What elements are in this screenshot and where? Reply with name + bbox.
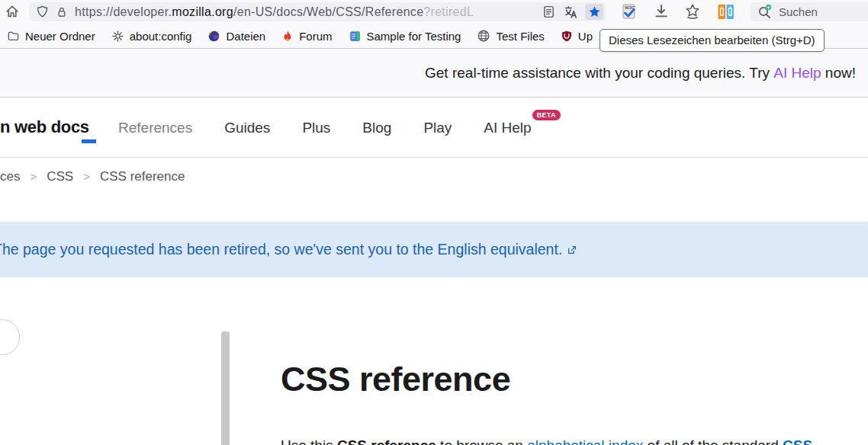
site-header: n web docs References Guides Plus Blog P… [0, 98, 868, 158]
w3c-validator-icon[interactable]: W3C [620, 3, 638, 21]
nav-ai-help-label: AI Help [484, 120, 531, 136]
dual-panel-extension-icon[interactable] [717, 3, 735, 21]
mdn-logo[interactable]: n web docs [0, 117, 89, 137]
home-icon[interactable] [5, 4, 20, 19]
intro-bold: CSS reference [337, 437, 436, 445]
url-text[interactable]: https://developer.mozilla.org/en-US/docs… [75, 5, 537, 19]
nav-guides[interactable]: Guides [224, 120, 270, 136]
tooltip-text: Dieses Lesezeichen bearbeiten (Strg+D) [609, 34, 815, 46]
download-icon[interactable] [653, 3, 670, 21]
star-extension-icon[interactable] [684, 3, 702, 21]
globe-icon [477, 29, 490, 43]
flame-icon [281, 30, 294, 43]
css-link[interactable]: CSS [783, 437, 812, 445]
nav-plus[interactable]: Plus [302, 120, 330, 136]
browser-toolbar: https://developer.mozilla.org/en-US/docs… [0, 0, 868, 24]
bookmark-dateien[interactable]: Dateien [207, 30, 265, 43]
promo-text-after: now! [821, 65, 856, 82]
notebook-icon [349, 30, 362, 43]
browser-window: https://developer.mozilla.org/en-US/docs… [0, 0, 868, 445]
bookmark-test-files[interactable]: Test Files [477, 29, 544, 43]
intro-text: to browse an [436, 437, 527, 445]
promo-banner: Get real-time assistance with your codin… [0, 49, 868, 98]
folder-icon [7, 30, 20, 43]
external-link-icon[interactable] [567, 245, 577, 255]
url-bar[interactable]: https://developer.mozilla.org/en-US/docs… [29, 2, 606, 21]
ublock-shield-icon [561, 30, 573, 43]
sidebar-scrollbar-thumb[interactable] [221, 331, 230, 445]
breadcrumb-references[interactable]: ces [0, 169, 20, 184]
firefox-icon [207, 30, 220, 43]
promo-text-before: Get real-time assistance with your codin… [425, 65, 773, 82]
nav-blog[interactable]: Blog [362, 120, 391, 136]
bookmark-folder[interactable]: Neuer Ordner [7, 30, 95, 43]
bookmark-star-icon[interactable] [585, 4, 603, 20]
lock-icon[interactable] [55, 5, 69, 19]
sidebar-toggle-button[interactable] [0, 319, 20, 355]
beta-badge: BETA [532, 110, 561, 120]
search-icon [757, 4, 773, 20]
nav-references[interactable]: References [118, 120, 192, 136]
search-input[interactable]: Suchen [751, 2, 868, 21]
ai-help-banner-link[interactable]: AI Help [773, 65, 821, 82]
bookmark-up[interactable]: Up [561, 30, 593, 43]
logo-underscore [82, 139, 96, 143]
bookmark-forum[interactable]: Forum [281, 30, 332, 43]
bookmark-sample-for-testing[interactable]: Sample for Testing [349, 30, 461, 43]
page-title: CSS reference [281, 360, 510, 399]
notice-text: The page you requested has been retired,… [0, 241, 562, 258]
intro-text: of all of the standard [643, 437, 783, 445]
nav-ai-help[interactable]: AI HelpBETA [484, 120, 559, 136]
main-nav: References Guides Plus Blog Play AI Help… [118, 98, 560, 158]
nav-play[interactable]: Play [423, 120, 452, 136]
intro-text: Use this [281, 437, 337, 445]
breadcrumb: ces > CSS > CSS reference [0, 158, 868, 195]
breadcrumb-css[interactable]: CSS [47, 169, 73, 184]
retired-notice: The page you requested has been retired,… [0, 222, 868, 277]
article-intro: Use this CSS reference to browse an alph… [281, 437, 812, 445]
chevron-right-icon: > [83, 170, 90, 183]
translate-icon[interactable] [563, 5, 578, 20]
alphabetical-index-link[interactable]: alphabetical index [527, 437, 643, 445]
search-placeholder: Suchen [779, 5, 818, 18]
gear-icon [111, 30, 124, 43]
reader-mode-icon[interactable] [542, 5, 556, 19]
tracking-shield-icon[interactable] [35, 5, 50, 19]
bookmark-edit-tooltip: Dieses Lesezeichen bearbeiten (Strg+D) [600, 29, 825, 52]
bookmark-about-config[interactable]: about:config [111, 30, 192, 43]
chevron-right-icon: > [30, 170, 37, 183]
breadcrumb-css-reference[interactable]: CSS reference [100, 169, 185, 184]
